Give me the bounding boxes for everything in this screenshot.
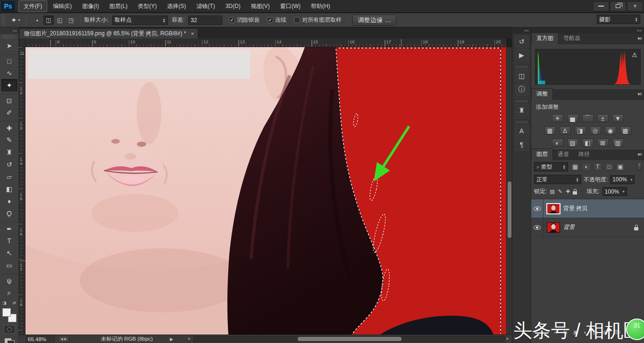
- screen-mode-button[interactable]: [4, 337, 15, 343]
- exposure-icon[interactable]: ±: [597, 114, 609, 122]
- foreground-color-swatch[interactable]: [2, 308, 11, 317]
- vibrance-icon[interactable]: ▼: [612, 114, 624, 122]
- move-tool[interactable]: ➤: [1, 40, 17, 52]
- checkbox-icon[interactable]: ✓: [229, 17, 235, 23]
- color-swatches[interactable]: [2, 308, 17, 322]
- new-group-icon[interactable]: ▤: [593, 329, 597, 335]
- pixel-layer-filter-icon[interactable]: ▦: [570, 163, 580, 171]
- layer-filter-toggle[interactable]: [637, 163, 641, 171]
- 3d-material-panel-icon[interactable]: ◫: [515, 70, 529, 82]
- character-panel-icon[interactable]: A: [515, 125, 529, 137]
- lock-all-icon[interactable]: [573, 191, 577, 195]
- smart-object-filter-icon[interactable]: ▣: [616, 163, 625, 171]
- add-to-selection-icon[interactable]: ◫: [43, 16, 54, 25]
- lock-move-icon[interactable]: ✚: [566, 188, 570, 195]
- spot-healing-brush-tool[interactable]: ✚: [1, 121, 17, 134]
- option-checkbox-1[interactable]: ✓连续: [267, 16, 286, 24]
- curves-icon[interactable]: ⌒: [582, 114, 594, 122]
- layer-visibility-cell[interactable]: [531, 218, 544, 237]
- tab-adjustments[interactable]: 调整: [531, 88, 553, 100]
- menu-layer[interactable]: 图层(L): [105, 1, 133, 12]
- selective-color-icon[interactable]: ⊠: [597, 139, 609, 147]
- option-checkbox-2[interactable]: 对所有图层取样: [294, 16, 342, 24]
- strip-collapse-button[interactable]: ««: [512, 27, 531, 34]
- panel-menu-icon[interactable]: ▾≡: [637, 36, 642, 41]
- intersect-selection-icon[interactable]: ◳: [66, 16, 76, 25]
- scroll-left-icon[interactable]: ◂: [188, 336, 190, 341]
- add-layer-mask-icon[interactable]: ▣: [573, 329, 578, 335]
- brush-tool[interactable]: ✎: [1, 134, 17, 146]
- layer-visibility-cell[interactable]: [531, 199, 544, 218]
- menu-view[interactable]: 视图(V): [246, 1, 275, 12]
- layer-thumbnail[interactable]: [547, 223, 560, 232]
- threshold-icon[interactable]: ◧: [582, 139, 594, 147]
- horizontal-scrollbar[interactable]: [193, 336, 505, 342]
- menu-window[interactable]: 窗口(W): [276, 1, 305, 12]
- tool-presets-panel-icon[interactable]: ♜: [515, 104, 529, 116]
- panel-menu-icon[interactable]: ▾≡: [637, 152, 642, 157]
- swap-colors-icon[interactable]: ◨⇄: [0, 301, 18, 305]
- scroll-right-icon[interactable]: ▸: [507, 336, 509, 341]
- tab-路径[interactable]: 路径: [574, 149, 594, 160]
- tab-图层[interactable]: 图层: [531, 148, 553, 160]
- crop-tool[interactable]: ⊡: [1, 94, 17, 106]
- layer-filter-type-dropdown[interactable]: ⌕ 类型 ▲▼: [534, 162, 568, 172]
- eraser-tool[interactable]: ▱: [1, 171, 17, 183]
- black-white-icon[interactable]: ◨: [575, 126, 586, 135]
- gradient-map-icon[interactable]: ▥: [612, 139, 624, 147]
- lock-paint-icon[interactable]: ✎: [558, 188, 562, 195]
- menu-3d[interactable]: 3D(D): [221, 1, 245, 11]
- tab-close-icon[interactable]: ×: [191, 31, 194, 37]
- hue-saturation-icon[interactable]: ▦: [544, 126, 556, 135]
- type-layer-filter-icon[interactable]: T: [593, 163, 602, 171]
- option-checkbox-0[interactable]: ✓消除锯齿: [229, 16, 259, 24]
- brightness-contrast-icon[interactable]: ☀: [552, 114, 563, 122]
- gradient-tool[interactable]: ◧: [1, 183, 17, 195]
- eyedropper-tool[interactable]: ✐: [1, 106, 17, 119]
- canvas[interactable]: [25, 47, 506, 335]
- histogram-warning-icon[interactable]: ⚠: [632, 51, 637, 58]
- delete-layer-icon[interactable]: ⌦: [613, 329, 621, 335]
- paragraph-panel-icon[interactable]: ¶: [515, 139, 529, 151]
- photo-filter-icon[interactable]: ◎: [590, 126, 601, 135]
- checkbox-icon[interactable]: [294, 17, 300, 23]
- tab-直方图[interactable]: 直方图: [531, 33, 559, 44]
- document-tab[interactable]: 微信图片_20180319161159.png @ 65.5% (背景 拷贝, …: [19, 28, 198, 39]
- current-tool-badge[interactable]: ✦ ▾: [9, 15, 22, 25]
- tolerance-input[interactable]: 32: [188, 16, 222, 25]
- sample-size-dropdown[interactable]: 取样点▲▼: [112, 16, 168, 25]
- eye-icon[interactable]: [534, 225, 541, 230]
- menu-help[interactable]: 帮助(H): [306, 1, 335, 12]
- horizontal-ruler[interactable]: 891011121314151617181920: [25, 39, 506, 47]
- eye-icon[interactable]: [534, 206, 541, 211]
- tab-通道[interactable]: 通道: [553, 149, 574, 160]
- layer-thumbnail[interactable]: [547, 204, 560, 213]
- layer-row[interactable]: 背景: [531, 218, 644, 237]
- invert-icon[interactable]: ◐: [552, 139, 563, 147]
- magic-wand-tool[interactable]: ✦: [1, 79, 17, 91]
- panel-menu-icon[interactable]: ▾≡: [637, 91, 642, 97]
- fill-dropdown[interactable]: 100%▼: [602, 187, 627, 196]
- vertical-scrollbar[interactable]: [506, 47, 512, 335]
- restore-button[interactable]: [610, 1, 626, 11]
- shape-tool[interactable]: ▭: [1, 259, 17, 271]
- close-button[interactable]: ×: [627, 1, 643, 11]
- subtract-from-selection-icon[interactable]: ◱: [55, 16, 65, 25]
- menu-file[interactable]: 文件(F): [18, 0, 47, 12]
- posterize-icon[interactable]: ▨: [567, 139, 578, 147]
- path-selection-tool[interactable]: ↖: [1, 247, 17, 259]
- color-balance-icon[interactable]: ∆: [560, 126, 571, 135]
- blur-tool[interactable]: ♦: [1, 195, 17, 207]
- tools-collapse-button[interactable]: »»: [0, 27, 18, 34]
- new-adjustment-layer-icon[interactable]: ◐: [584, 329, 587, 335]
- lasso-tool[interactable]: ∿: [1, 67, 17, 79]
- actions-panel-icon[interactable]: ▶: [515, 49, 529, 61]
- pen-tool[interactable]: ✒: [1, 222, 17, 235]
- hand-tool[interactable]: ψ: [1, 274, 17, 286]
- clone-stamp-tool[interactable]: ♜: [1, 146, 17, 158]
- checkbox-icon[interactable]: ✓: [267, 17, 273, 23]
- new-selection-icon[interactable]: ▪: [32, 16, 42, 25]
- new-layer-icon[interactable]: ⊞: [603, 329, 608, 335]
- zoom-level-field[interactable]: 65.48%: [25, 335, 55, 343]
- menu-type[interactable]: 类型(Y): [133, 1, 161, 12]
